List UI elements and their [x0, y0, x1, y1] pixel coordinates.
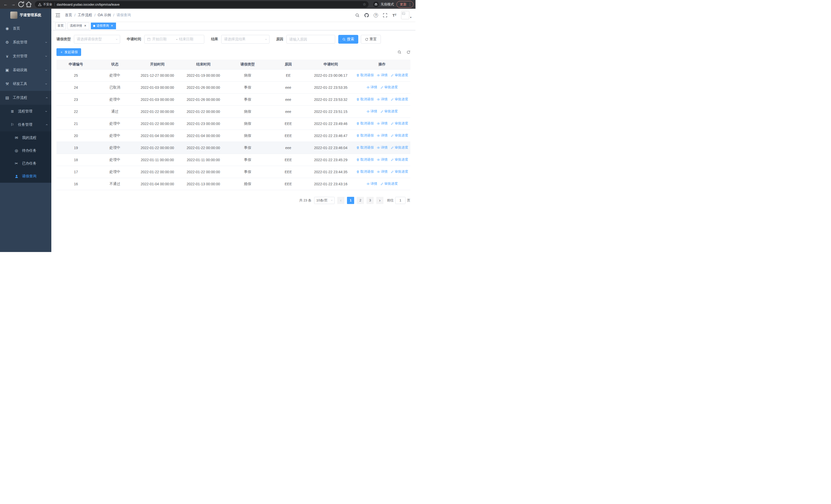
breadcrumb-oa-example[interactable]: OA 示例	[98, 13, 111, 18]
browser-forward-button[interactable]: →	[10, 1, 17, 8]
sidebar-item-devtools[interactable]: ⚒ 研发工具 ›	[0, 77, 51, 91]
sidebar-item-workflow[interactable]: ▤ 工作流程 ›	[0, 91, 51, 105]
refresh-icon	[18, 1, 25, 8]
tab-leave-query[interactable]: 请假查询 ✕	[91, 23, 116, 29]
cancel-leave-link[interactable]: 取消请假	[356, 169, 374, 174]
breadcrumb-home[interactable]: 首页	[65, 13, 72, 18]
close-icon[interactable]: ✕	[110, 24, 114, 28]
page-button-3[interactable]: 3	[367, 197, 374, 204]
cancel-leave-link[interactable]: 取消请假	[356, 97, 374, 101]
date-range-picker[interactable]: 开始日期 - 结束日期	[144, 35, 204, 43]
help-icon[interactable]: ?	[373, 12, 378, 18]
approval-progress-link[interactable]: 审批进度	[391, 145, 408, 150]
sidebar-item-my-process[interactable]: ✉ 我的流程	[0, 131, 51, 144]
sidebar-item-infrastructure[interactable]: ▣ 基础设施 ›	[0, 63, 51, 77]
prev-page-button[interactable]: ‹	[337, 197, 344, 204]
next-page-button[interactable]: ›	[376, 197, 383, 204]
table-toolbar: ＋ 发起请假	[56, 48, 410, 56]
cancel-leave-link[interactable]: 取消请假	[356, 157, 374, 162]
refresh-table-icon[interactable]	[406, 50, 410, 54]
refresh-icon	[365, 38, 368, 41]
table-row: 20处理中2022-01-04 00:00:002022-01-04 00:00…	[56, 129, 410, 142]
search-icon[interactable]	[355, 12, 360, 18]
reason-input[interactable]	[287, 35, 335, 43]
infrastructure-icon: ▣	[5, 68, 10, 72]
detail-link[interactable]: 详情	[377, 169, 388, 174]
reset-button[interactable]: 重置	[361, 35, 381, 43]
page-button-1[interactable]: 1	[347, 197, 354, 204]
tab-home[interactable]: 首页	[55, 23, 66, 29]
detail-link[interactable]: 详情	[367, 85, 377, 90]
page-button-2[interactable]: 2	[357, 197, 364, 204]
sidebar-item-task-management[interactable]: ⚐ 任务管理 ›	[0, 118, 51, 131]
leave-type-select[interactable]: 请选择请假类型 ›	[74, 35, 120, 43]
chevron-down-icon: ›	[45, 56, 49, 57]
cancel-leave-link[interactable]: 取消请假	[356, 133, 374, 138]
browser-back-button[interactable]: ←	[2, 1, 9, 8]
result-label: 结果	[211, 37, 218, 41]
browser-refresh-button[interactable]	[18, 1, 25, 8]
detail-link[interactable]: 详情	[377, 133, 388, 138]
cancel-leave-link[interactable]: 取消请假	[356, 73, 374, 78]
filter-leave-type: 请假类型 请选择请假类型 ›	[56, 35, 120, 43]
browser-update-button[interactable]: 更新 ⋮	[397, 1, 413, 8]
approval-progress-link[interactable]: 审批进度	[391, 121, 408, 126]
page-size-select[interactable]: 10条/页 ›	[314, 197, 335, 204]
date-start-placeholder: 开始日期	[152, 37, 175, 41]
done-task-icon: ✂	[14, 161, 19, 166]
bookmark-star-icon[interactable]: ☆	[361, 2, 368, 7]
edit-icon	[391, 170, 394, 174]
sidebar-item-process-management[interactable]: ≣ 流程管理 ›	[0, 105, 51, 118]
address-bar[interactable]: 不安全 dashboard.yudao.iocoder.cn/bpm/oa/le…	[35, 1, 369, 8]
result-select[interactable]: 请选择流结果 ›	[221, 35, 269, 43]
table-row: 24已取消2022-01-03 00:00:002022-01-26 00:00…	[56, 81, 410, 93]
sidebar-item-home[interactable]: ◉ 首页	[0, 22, 51, 35]
approval-progress-link[interactable]: 审批进度	[391, 169, 408, 174]
cancel-leave-link[interactable]: 取消请假	[356, 121, 374, 126]
sidebar-item-leave-query[interactable]: 请假查询	[0, 170, 51, 183]
detail-link[interactable]: 详情	[367, 109, 377, 114]
navbar-actions: ? TT ▾	[355, 11, 411, 19]
github-icon[interactable]	[364, 12, 369, 18]
security-chip[interactable]: 不安全	[38, 2, 52, 7]
sidebar-fold-icon[interactable]	[55, 13, 60, 18]
col-reason: 原因	[269, 60, 308, 69]
fullscreen-icon[interactable]	[383, 12, 388, 18]
approval-progress-link[interactable]: 审批进度	[391, 97, 408, 101]
detail-link[interactable]: 详情	[367, 181, 377, 186]
goto-page-input[interactable]	[395, 197, 405, 204]
col-apply-id: 申请编号	[56, 60, 95, 69]
edit-icon	[391, 122, 394, 125]
sidebar-item-done-task[interactable]: ✂ 已办任务	[0, 157, 51, 170]
approval-progress-link[interactable]: 审批进度	[380, 85, 398, 90]
detail-link[interactable]: 详情	[377, 157, 388, 162]
browser-menu-icon[interactable]: ⋮	[408, 2, 412, 7]
detail-link[interactable]: 详情	[377, 97, 388, 101]
approval-progress-link[interactable]: 审批进度	[380, 109, 398, 114]
create-leave-button[interactable]: ＋ 发起请假	[56, 48, 81, 56]
close-icon[interactable]: ✕	[83, 24, 87, 28]
sidebar-item-system[interactable]: ⚙ 系统管理 ›	[0, 35, 51, 49]
tab-process-detail[interactable]: 流程详情 ✕	[67, 23, 89, 29]
app-logo[interactable]: 芋道管理系统	[0, 9, 51, 22]
sidebar-item-payment[interactable]: ¥ 支付管理 ›	[0, 49, 51, 63]
toggle-search-icon[interactable]	[398, 50, 401, 54]
search-button[interactable]: 搜索	[338, 35, 358, 43]
logo-image	[10, 11, 18, 19]
font-size-icon[interactable]: TT	[392, 12, 397, 18]
detail-link[interactable]: 详情	[377, 73, 388, 78]
sidebar-item-todo-task[interactable]: ◎ 待办任务	[0, 144, 51, 157]
cancel-leave-link[interactable]: 取消请假	[356, 145, 374, 150]
browser-home-button[interactable]	[25, 1, 32, 8]
approval-progress-link[interactable]: 审批进度	[391, 157, 408, 162]
user-avatar[interactable]: ▾	[401, 11, 411, 19]
approval-progress-link[interactable]: 审批进度	[391, 133, 408, 138]
delete-icon	[356, 73, 360, 77]
chevron-down-icon: ›	[264, 39, 268, 40]
detail-link[interactable]: 详情	[377, 145, 388, 150]
breadcrumb-workflow[interactable]: 工作流程	[78, 13, 92, 18]
approval-progress-link[interactable]: 审批进度	[391, 73, 408, 78]
approval-progress-link[interactable]: 审批进度	[380, 181, 398, 186]
table-row: 21处理中2022-01-22 00:00:002022-01-23 00:00…	[56, 118, 410, 129]
detail-link[interactable]: 详情	[377, 121, 388, 126]
